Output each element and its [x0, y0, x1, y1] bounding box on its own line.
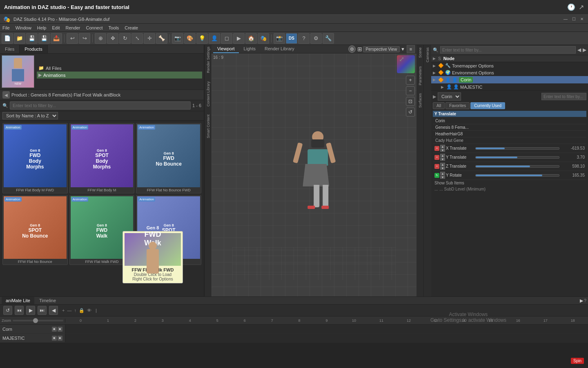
tree-tonemapper[interactable]: ▶ 🔶 🔧 Tonemapper Options [431, 62, 588, 69]
toolbar-undo[interactable]: ↩ [67, 33, 78, 44]
y-down-arrow[interactable]: ▼ [440, 157, 445, 161]
zoom-out-button[interactable]: − [406, 86, 415, 95]
toolbar-redo[interactable]: ↪ [79, 33, 90, 44]
menu-file[interactable]: File [2, 25, 10, 30]
toolbar-render[interactable]: 🎨 [184, 33, 196, 44]
sub-item-corin[interactable]: Corin [433, 118, 586, 124]
track-lock-btn[interactable]: ■ [52, 327, 57, 332]
toolbar-import[interactable]: 📥 [51, 33, 62, 44]
track-majestic-eye-btn[interactable]: ■ [58, 336, 62, 341]
params-filter-input[interactable] [541, 93, 586, 100]
tl-fwd-btn[interactable]: ⏭ [38, 306, 47, 315]
timeline-more-icon[interactable]: ▶ [580, 298, 583, 303]
expand-icon[interactable]: ▶ [433, 56, 436, 61]
tl-add-icon[interactable]: + [62, 308, 65, 313]
tl-stop-btn[interactable]: ◀ [49, 306, 58, 315]
timeline-tab[interactable]: Timeline [35, 297, 60, 304]
menu-window[interactable]: Window [16, 25, 31, 30]
toolbar-move[interactable]: ✥ [107, 33, 118, 44]
toolbar-camera[interactable]: 📷 [172, 33, 183, 44]
toolbar-new[interactable]: 📄 [2, 33, 13, 44]
toolbar-universal[interactable]: ✛ [144, 33, 155, 44]
sidebar-smart-content[interactable]: Smart Content [206, 114, 210, 138]
frame-scene-button[interactable]: ⊡ [406, 97, 415, 106]
params-select[interactable]: Corin [438, 92, 461, 101]
x-down-arrow[interactable]: ▼ [440, 148, 445, 152]
toolbar-prop[interactable]: 🏠 [245, 33, 257, 44]
toolbar-save[interactable]: 💾 [26, 33, 38, 44]
tl-lock-icon[interactable]: 🔒 [79, 308, 85, 313]
track-eye-btn[interactable]: ■ [58, 327, 62, 332]
toolbar-select[interactable]: ⊕ [95, 33, 106, 44]
y-translate-slider[interactable] [475, 156, 559, 159]
params-tab-currently-used[interactable]: Currently Used [470, 102, 505, 109]
tl-play-btn[interactable]: ▶ [26, 306, 35, 315]
menu-create[interactable]: Create [125, 25, 138, 30]
spin-button[interactable]: Spin [571, 358, 584, 364]
minimize-button[interactable]: — [563, 16, 568, 22]
tab-viewport[interactable]: Viewport [213, 45, 239, 53]
perspective-view-button[interactable]: Perspective View [363, 46, 400, 52]
right-panel-search-input[interactable] [440, 46, 576, 54]
share-icon[interactable]: ↗ [579, 3, 584, 11]
tl-back-btn[interactable]: ⏮ [15, 306, 24, 315]
tree-majestic[interactable]: ▶ 👤 👤 MAJESTIC [431, 83, 588, 90]
sidebar-content-library[interactable]: Content Library [206, 81, 210, 107]
tl-minus-icon[interactable]: — [67, 308, 71, 313]
tl-marker-icon[interactable]: | [96, 308, 97, 313]
filter-nav-forward[interactable]: ▶ [583, 47, 586, 53]
folder-all-files[interactable]: 📁 All Files [37, 65, 202, 72]
list-item[interactable]: Animation Gen 8 FWDBodyMorphs FFW Flat B… [2, 123, 68, 193]
surfaces-tab-strip[interactable]: Surfaces [418, 93, 422, 108]
zoom-handle[interactable] [33, 318, 38, 323]
filter-nav-back[interactable]: ◀ [577, 47, 581, 53]
z-translate-slider[interactable] [475, 165, 559, 168]
tl-eye-icon[interactable]: 👁 [87, 308, 91, 313]
toolbar-rotate[interactable]: ↻ [119, 33, 131, 44]
z-up-arrow[interactable]: ▲ [440, 163, 445, 166]
sub-item-cady[interactable]: Cady Hut Gene [433, 137, 586, 144]
tab-render-library[interactable]: Render Library [261, 45, 298, 53]
animatelite-tab[interactable]: aniMate Lite [2, 297, 34, 304]
toolbar-help[interactable]: ? [298, 33, 310, 44]
params-tab-favorites[interactable]: Favorites [445, 102, 470, 109]
menu-connect[interactable]: Connect [86, 25, 103, 30]
tree-corin[interactable]: ▶ 🔶 👤 👤 Corin [431, 76, 588, 83]
toolbar-extra2[interactable]: 🔧 [323, 33, 334, 44]
sidebar-render-settings[interactable]: Render Settings [206, 47, 210, 73]
toolbar-mat[interactable]: 🎭 [258, 33, 269, 44]
x-translate-slider[interactable] [475, 147, 559, 150]
tab-products[interactable]: Products [20, 45, 47, 53]
menu-edit[interactable]: Edit [52, 25, 60, 30]
timeline-help-icon[interactable]: ? [584, 298, 586, 303]
toolbar-snapshot[interactable]: 📸 [274, 33, 285, 44]
toolbar-apply[interactable]: ▶ [233, 33, 245, 44]
menu-tools[interactable]: Tools [109, 25, 119, 30]
folder-animations[interactable]: ▶ Animations [37, 72, 202, 79]
toolbar-saveas[interactable]: 💾 [38, 33, 50, 44]
tab-lights[interactable]: Lights [240, 45, 260, 53]
params-tab-strip[interactable]: Parameters [418, 66, 422, 85]
toolbar-open[interactable]: 📁 [14, 33, 25, 44]
track-content-majestic[interactable] [65, 334, 588, 342]
show-sub-items[interactable]: Show Sub Items [433, 180, 586, 186]
sub-item-genesis[interactable]: Genesis 8 Fema... [433, 124, 586, 131]
tl-loop-btn[interactable]: ↺ [3, 306, 12, 315]
list-item[interactable]: Animation Gen 8 SPOTBodyMorphs FFW Flat … [69, 123, 135, 193]
params-expand-icon[interactable]: ▶ [433, 94, 436, 99]
menu-help[interactable]: Help [37, 25, 47, 30]
yr-down-arrow[interactable]: ▼ [440, 175, 445, 179]
track-content-corin[interactable] [65, 325, 588, 333]
clock-icon[interactable]: 🕐 [567, 3, 575, 11]
content-search-input[interactable] [10, 101, 191, 110]
viewport-expand-icon[interactable]: ⤢ [399, 55, 404, 63]
perspective-view-selector[interactable]: ⊞ Perspective View ▼ [357, 46, 405, 52]
zoom-in-button[interactable]: + [406, 76, 415, 85]
toolbar-light[interactable]: 💡 [196, 33, 208, 44]
toolbar-bone[interactable]: 🦴 [156, 33, 167, 44]
params-tab-all[interactable]: All [433, 102, 445, 109]
toolbar-figure[interactable]: 👤 [209, 33, 220, 44]
menu-render[interactable]: Render [65, 25, 80, 30]
list-item[interactable]: Animation Gen 8 SPOTNo Bounce FFW Flat N… [2, 195, 68, 265]
scene-tab-strip[interactable]: Scene [418, 47, 422, 58]
